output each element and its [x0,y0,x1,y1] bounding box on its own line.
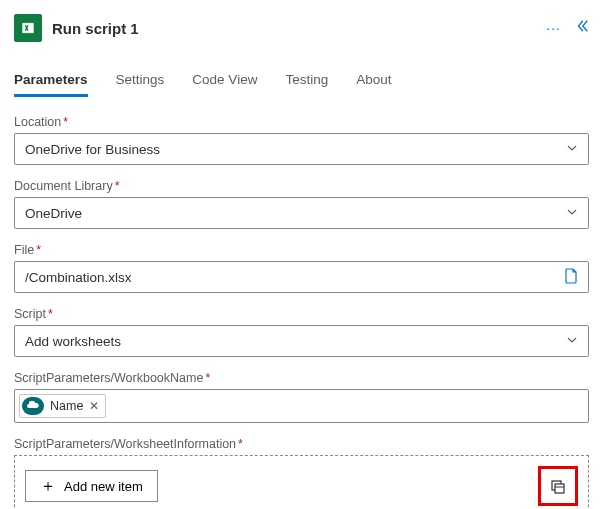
library-select[interactable]: OneDrive [14,197,589,229]
collapse-icon[interactable] [575,19,589,37]
required-mark: * [48,307,53,321]
file-input[interactable]: /Combination.xlsx [14,261,589,293]
onedrive-token-icon [22,397,44,415]
chevron-down-icon [566,142,578,157]
worksheetinfo-label: ScriptParameters/WorksheetInformation * [14,437,589,451]
card-header: Run script 1 ··· [14,10,589,60]
card-title: Run script 1 [52,20,536,37]
worksheetinfo-array: ＋ Add new item [14,455,589,509]
script-label: Script * [14,307,589,321]
location-label: Location * [14,115,589,129]
required-mark: * [205,371,210,385]
library-label: Document Library * [14,179,589,193]
tab-parameters[interactable]: Parameters [14,66,88,97]
token-remove-icon[interactable]: ✕ [89,399,99,413]
required-mark: * [36,243,41,257]
more-menu-icon[interactable]: ··· [546,20,561,36]
workbookname-input[interactable]: Name ✕ [14,389,589,423]
location-value: OneDrive for Business [25,142,160,157]
token-label: Name [50,399,83,413]
tab-about[interactable]: About [356,66,391,97]
workbookname-label: ScriptParameters/WorkbookName * [14,371,589,385]
location-select[interactable]: OneDrive for Business [14,133,589,165]
chevron-down-icon [566,334,578,349]
chevron-down-icon [566,206,578,221]
plus-icon: ＋ [40,478,56,494]
switch-to-input-icon[interactable] [543,471,573,501]
file-label: File * [14,243,589,257]
highlight-box [538,466,578,506]
file-picker-icon[interactable] [564,268,578,287]
svg-rect-3 [555,484,564,493]
add-new-item-button[interactable]: ＋ Add new item [25,470,158,502]
tab-testing[interactable]: Testing [285,66,328,97]
required-mark: * [63,115,68,129]
tab-code-view[interactable]: Code View [192,66,257,97]
required-mark: * [115,179,120,193]
library-value: OneDrive [25,206,82,221]
excel-icon [14,14,42,42]
required-mark: * [238,437,243,451]
script-select[interactable]: Add worksheets [14,325,589,357]
svg-rect-0 [22,23,34,34]
add-new-item-label: Add new item [64,479,143,494]
tab-bar: Parameters Settings Code View Testing Ab… [14,66,589,97]
script-value: Add worksheets [25,334,121,349]
dynamic-content-token[interactable]: Name ✕ [19,394,106,418]
tab-settings[interactable]: Settings [116,66,165,97]
file-value: /Combination.xlsx [25,270,132,285]
